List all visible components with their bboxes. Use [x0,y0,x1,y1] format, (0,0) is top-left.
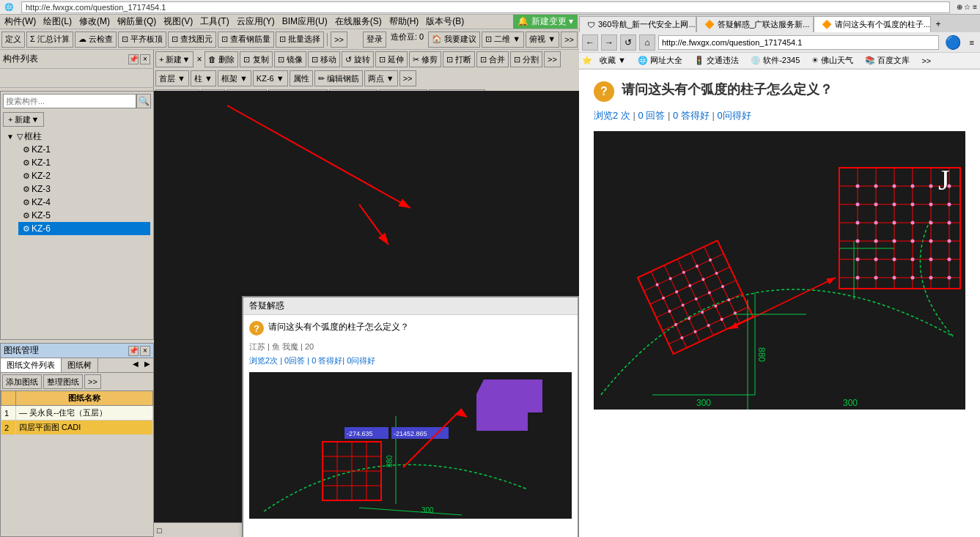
menu-modify[interactable]: 修改(M) [76,15,113,28]
browser-tab-360[interactable]: 🛡 360导航_新一代安全上网... × [579,16,696,32]
btn-extend[interactable]: ⊡ 延伸 [375,51,408,67]
nav-forward-btn[interactable]: → [601,34,617,51]
btn-trim[interactable]: ✂ 修剪 [409,51,441,67]
drawing-more-btn[interactable]: >> [84,374,101,389]
menu-view[interactable]: 视图(V) [161,15,196,28]
tree-node-kz1-b[interactable]: ⚙ KZ-1 [18,156,150,169]
menu-online[interactable]: 在线服务(S) [332,15,385,28]
menu-version[interactable]: 版本号(B) [423,15,467,28]
search-button[interactable]: 🔍 [136,94,151,108]
btn-split[interactable]: ⊡ 分割 [510,51,542,67]
good-answer-count[interactable]: 0 答得好 [673,110,710,121]
svg-line-36 [704,247,740,323]
btn-view-rebar[interactable]: ⊡ 查看钢筋量 [218,32,274,48]
bookmark-traffic[interactable]: 🚦 交通违法 [690,54,743,67]
add-drawing-btn[interactable]: 添加图纸 [2,374,42,389]
btn-rotate[interactable]: ↺ 旋转 [342,51,374,67]
btn-login[interactable]: 登录 [363,32,386,48]
btn-2d[interactable]: ⊡ 二维 ▼ [482,32,524,48]
gear-icon-2: ⚙ [23,158,30,168]
new-tab-btn[interactable]: + [931,16,946,32]
menu-rebar[interactable]: 钢筋量(Q) [114,15,159,28]
btn-mirror[interactable]: ⊡ 镜像 [274,51,306,67]
answer-count[interactable]: 0 回答 [638,110,665,121]
bookmark-weather[interactable]: ☀ 佛山天气 [807,54,858,67]
btn-component-type[interactable]: 柱 ▼ [191,70,216,86]
organize-drawing-btn[interactable]: 整理图纸 [43,374,83,389]
btn-suggest[interactable]: 🏠 我要建议 [428,32,480,48]
search-input[interactable] [3,94,136,108]
btn-floor[interactable]: 首层 ▼ [155,70,189,86]
nav-home-btn[interactable]: ⌂ [639,34,655,51]
nav-refresh-btn[interactable]: ↺ [620,34,636,51]
drawing-next-btn[interactable]: ▶ [141,358,153,372]
btn-view[interactable]: 俯视 ▼ [526,32,559,48]
tree-node-kz3[interactable]: ⚙ KZ-3 [18,182,150,196]
tree-node-kz6[interactable]: ⚙ KZ-6 [18,222,150,235]
filter-icon: ▽ [17,132,23,141]
tree-node-kz2[interactable]: ⚙ KZ-2 [18,169,150,182]
menu-cloud[interactable]: 云应用(Y) [234,15,278,28]
tree-node-kz5[interactable]: ⚙ KZ-5 [18,209,150,222]
drawing-prev-btn[interactable]: ◀ [130,358,141,372]
tree-node-root[interactable]: ▼ ▽ 框柱 [4,130,150,143]
btn-batch-select[interactable]: ⊡ 批量选择 [276,32,324,48]
new-change-btn[interactable]: 🔔 新建变更 ▾ [513,15,578,29]
btn-break[interactable]: ⊡ 打断 [443,51,475,67]
btn-more4[interactable]: >> [399,70,416,86]
btn-calc[interactable]: Σ 汇总计算 [26,32,73,48]
drawing-row-2[interactable]: 2 四层平面图 CADI [1,421,153,435]
btn-properties[interactable]: 属性 [290,70,313,86]
tab-answers-label: 答疑解惑_广联达服务新... [718,19,809,30]
new-component-button[interactable]: + 新建▼ [3,112,44,127]
nav-back-btn[interactable]: ← [582,34,598,51]
good-question-count[interactable]: 0问得好 [717,110,751,121]
cad-canvas[interactable]: 答疑解惑 ? 请问这头有个弧度的柱子怎么定义？ 江苏 | 鱼 我魔 | 20 浏… [154,91,579,537]
btn-new[interactable]: + 新建▼ [155,51,194,67]
btn-define[interactable]: 定义 [1,32,25,48]
panel-close-btn[interactable]: × [140,54,150,64]
btn-merge[interactable]: ⊡ 合并 [476,51,509,67]
btn-more2[interactable]: >> [561,32,578,48]
nav-url-input[interactable] [658,35,939,50]
drawing-tab-list[interactable]: 图纸文件列表 [1,358,62,372]
menu-tools[interactable]: 工具(T) [197,15,232,28]
browser-tab-question[interactable]: 🔶 请问这头有个弧度的柱子... × [814,16,931,32]
btn-delete[interactable]: 🗑 删除 [205,51,238,67]
bookmark-more[interactable]: >> [917,56,935,66]
btn-cloud-check[interactable]: ☁ 云检查 [75,32,117,48]
btn-move[interactable]: ⊡ 移动 [308,51,340,67]
drawing-close-btn[interactable]: × [140,346,150,356]
btn-more3[interactable]: >> [544,51,561,67]
btn-more1[interactable]: >> [331,32,347,48]
tree-node-kz1-a[interactable]: ⚙ KZ-1 [18,143,150,156]
btn-edit-rebar[interactable]: ✏ 编辑钢筋 [314,70,363,86]
svg-point-95 [893,240,896,243]
bookmark-favorites[interactable]: 收藏 ▼ [595,54,630,67]
btn-copy[interactable]: ⊡ 复制 [240,51,272,67]
btn-find[interactable]: ⊡ 查找图元 [168,32,216,48]
panel-pin-btn[interactable]: 📌 [128,54,139,64]
btn-level-board[interactable]: ⊡ 平齐板顶 [118,32,166,48]
top-url-bar[interactable]: http://e.fwxgx.com/question_1717454.1 [21,1,950,13]
btn-kz6[interactable]: KZ-6 ▼ [253,70,288,86]
svg-point-108 [911,276,915,280]
btn-frame[interactable]: 框架 ▼ [218,70,251,86]
btn-two-point[interactable]: 两点 ▼ [364,70,398,86]
menu-draw[interactable]: 绘图(L) [40,15,75,28]
drawing-tab-tree[interactable]: 图纸树 [62,358,98,372]
drawing-row-1[interactable]: 1 — 吴永良--住宅（五层） [1,406,153,421]
tree-node-kz4[interactable]: ⚙ KZ-4 [18,196,150,209]
bookmark-software[interactable]: 💿 软件-2345 [746,54,804,67]
nav-more[interactable]: ≡ [967,38,977,47]
browse-count[interactable]: 浏览2 次 [594,110,630,121]
drawing-pin-btn[interactable]: 📌 [128,346,139,356]
menu-bim[interactable]: BIM应用(U) [279,15,331,28]
bookmark-baidu[interactable]: 📚 百度文库 [861,54,914,67]
bookmark-nav[interactable]: 🌐 网址大全 [633,54,687,67]
browser-tab-answers[interactable]: 🔶 答疑解惑_广联达服务新... × [696,16,814,32]
menu-component[interactable]: 构件(W) [1,15,39,28]
svg-point-50 [707,291,711,295]
btn-x[interactable]: × [195,54,203,64]
menu-help[interactable]: 帮助(H) [386,15,422,28]
